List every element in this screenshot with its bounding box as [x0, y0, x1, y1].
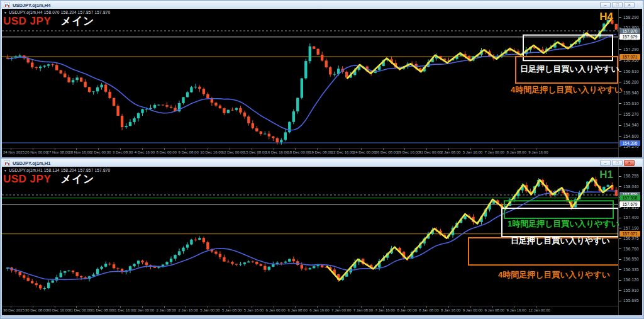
chart-canvas-h1[interactable]: USD JPY メイン ▼ USDJPY.oj1m,H1 158.134 158…: [2, 167, 642, 315]
window-titlebar[interactable]: USDJPY.oj1m,H4 – □ ×: [2, 1, 642, 9]
restore-button[interactable]: □: [612, 160, 623, 166]
price-tick-label: 155.610: [623, 101, 639, 106]
time-tick-label: 6 Jan 16:00: [309, 308, 329, 312]
chart-window-icon: [4, 160, 10, 166]
price-tick-label: 156.335: [623, 267, 639, 272]
time-tick-label: 10 Dec 16:00: [200, 150, 223, 154]
price-tick-label: 155.695: [623, 298, 639, 303]
time-tick-label: 8 Dec 00:00: [157, 150, 177, 154]
time-tick-label: 2 Jan 08:00: [157, 308, 176, 312]
time-tick-mark: [536, 148, 536, 150]
price-tick-mark: [619, 290, 621, 291]
time-tick-mark: [186, 306, 186, 308]
price-tick-mark: [619, 280, 621, 281]
time-tick-mark: [33, 306, 33, 308]
price-tick-label: 158.040: [623, 184, 639, 189]
time-tick-label: 8 Jan 16:00: [441, 308, 460, 312]
price-tick-label: 154.940: [623, 123, 639, 127]
price-tick-mark: [619, 125, 621, 126]
time-tick-label: 9 Jan 16:00: [506, 308, 526, 312]
price-axis[interactable]: 158.290157.960157.620157.290156.950156.6…: [618, 9, 642, 157]
time-tick-label: 9 Jan 16:00: [528, 150, 548, 154]
time-tick-mark: [208, 306, 208, 308]
time-tick-mark: [186, 148, 186, 150]
time-tick-mark: [404, 306, 405, 308]
price-tick-mark: [619, 60, 621, 61]
time-tick-mark: [492, 306, 493, 308]
price-badge: 157.071: [619, 54, 640, 60]
time-tick-mark: [404, 148, 405, 150]
time-tick-mark: [470, 148, 471, 150]
time-tick-mark: [274, 306, 274, 308]
time-tick-label: 8 Jan 00:00: [397, 308, 416, 312]
time-tick-mark: [536, 306, 536, 308]
price-tick-mark: [619, 249, 621, 249]
time-tick-mark: [383, 306, 384, 308]
price-axis[interactable]: 158.255158.040157.825157.615157.400157.1…: [618, 167, 642, 315]
chart-window-h4[interactable]: USDJPY.oj1m,H4 – □ × USD JPY メイン ▼ USDJP…: [0, 0, 644, 158]
price-tick-mark: [619, 176, 621, 177]
time-tick-label: 3 Dec 08:00: [113, 150, 133, 154]
price-tick-label: 156.975: [623, 236, 639, 240]
time-tick-label: 16 Dec 16:00: [266, 150, 289, 154]
window-titlebar[interactable]: USDJPY.oj1m,H1 – □ ×: [2, 159, 642, 167]
minimize-button[interactable]: –: [600, 2, 611, 8]
price-tick-mark: [619, 115, 621, 115]
time-tick-label: 5 Jan 00:00: [200, 308, 219, 312]
symbol-caret-icon: ▼: [4, 11, 7, 14]
time-tick-label: 2 Jan 00:00: [135, 308, 154, 312]
price-badge: 157.071: [619, 231, 640, 237]
time-tick-label: 30 Dec 08:00: [25, 308, 48, 312]
price-tick-label: 156.610: [623, 69, 639, 74]
close-button[interactable]: ×: [624, 2, 635, 8]
time-tick-mark: [11, 306, 11, 308]
timeframe-label: H4: [599, 11, 613, 23]
price-tick-mark: [619, 269, 621, 270]
chart-window-h1[interactable]: USDJPY.oj1m,H1 – □ × USD JPY メイン ▼ USDJP…: [0, 158, 644, 319]
time-tick-label: 5 Jan 08:00: [222, 308, 242, 312]
symbol-caret-icon: ▼: [4, 169, 7, 172]
time-tick-label: 7 Jan 16:00: [375, 308, 395, 312]
time-tick-mark: [98, 306, 99, 308]
price-tick-mark: [619, 82, 621, 82]
price-tick-mark: [619, 103, 621, 104]
time-tick-label: 28 Nov 16:00: [69, 150, 91, 154]
minimize-button[interactable]: –: [600, 160, 611, 166]
price-badge: 154.396: [619, 140, 640, 146]
time-tick-label: 9 Dec 08:00: [178, 150, 198, 154]
time-tick-mark: [383, 148, 384, 150]
time-tick-label: 29 Dec 16:00: [397, 150, 419, 154]
time-tick-label: 18 Dec 00:00: [287, 150, 310, 154]
time-tick-mark: [120, 306, 121, 308]
price-tick-label: 158.255: [623, 174, 639, 178]
time-axis[interactable]: 24 Nov 202526 Nov 00:0027 Nov 08:0028 No…: [2, 148, 619, 157]
time-tick-mark: [317, 148, 318, 150]
time-tick-label: 26 Dec 08:00: [375, 150, 398, 154]
time-tick-label: 30 Dec 16:00: [47, 308, 70, 312]
price-tick-mark: [619, 17, 621, 18]
price-tick-mark: [619, 228, 621, 228]
close-button[interactable]: ×: [624, 160, 635, 166]
restore-button[interactable]: □: [612, 2, 623, 8]
time-tick-label: 9 Jan 00:00: [463, 308, 482, 312]
price-tick-mark: [619, 238, 621, 239]
price-tick-mark: [619, 207, 621, 208]
price-tick-mark: [619, 136, 621, 137]
time-tick-label: 26 Nov 00:00: [25, 150, 48, 154]
price-tick-label: 157.290: [623, 47, 639, 52]
time-tick-mark: [317, 306, 318, 308]
time-tick-label: 19 Dec 08:00: [309, 150, 332, 154]
time-tick-label: 9 Jan 08:00: [485, 308, 504, 312]
time-tick-mark: [164, 306, 165, 308]
chart-canvas-h4[interactable]: USD JPY メイン ▼ USDJPY.oj1m,H4 158.070 158…: [2, 9, 642, 157]
price-tick-label: 155.940: [623, 91, 639, 95]
time-tick-mark: [339, 148, 340, 150]
time-tick-label: 5 Jan 16:00: [244, 308, 264, 312]
time-tick-mark: [230, 148, 230, 150]
timeframe-label: H1: [599, 169, 613, 181]
time-tick-mark: [11, 148, 11, 150]
time-axis[interactable]: 30 Dec 202530 Dec 08:0030 Dec 16:0031 De…: [2, 306, 619, 315]
chart-window-icon: [4, 3, 10, 8]
time-tick-label: 31 Dec 00:00: [69, 308, 91, 312]
time-tick-label: 2 Dec 00:00: [91, 150, 111, 154]
